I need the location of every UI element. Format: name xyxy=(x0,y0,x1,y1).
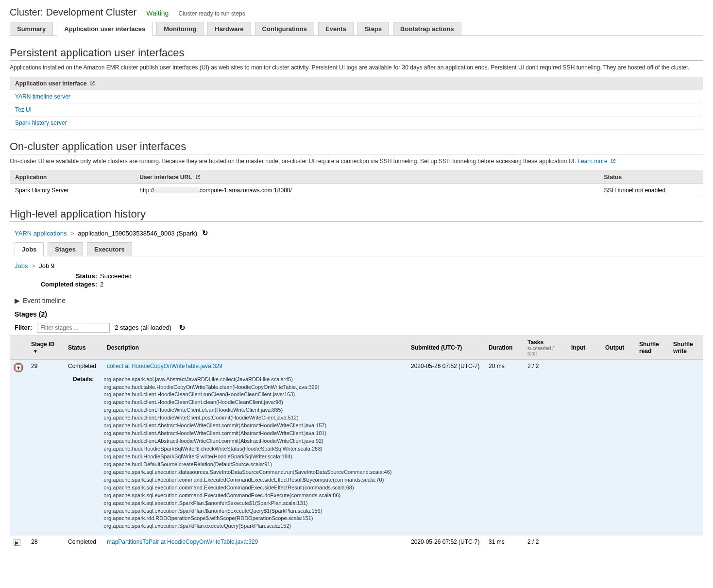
bc-jobs-link[interactable]: Jobs xyxy=(15,262,28,269)
table-row: ▶ 28 Completed mapPartitionsToPair at Ho… xyxy=(10,536,703,549)
learn-more-link[interactable]: Learn more xyxy=(577,158,616,165)
col-submitted[interactable]: Submitted (UTC-7) xyxy=(407,336,485,359)
stages-count: 2 stages (all loaded) xyxy=(115,324,171,331)
details-row: Details: org.apache.spark.api.java.Abstr… xyxy=(10,375,703,536)
spark-history-link[interactable]: Spark history server xyxy=(15,119,67,126)
tab-events[interactable]: Events xyxy=(318,22,354,35)
expand-button[interactable]: ▶ xyxy=(14,539,20,546)
stack-trace: org.apache.spark.api.java.AbstractJavaRD… xyxy=(103,376,391,531)
tab-executors[interactable]: Executors xyxy=(87,242,132,256)
filter-label: Filter: xyxy=(15,324,32,331)
job-detail: Jobs > Job 9 Status: Succeeded Completed… xyxy=(10,256,703,293)
history-title: High-level application history xyxy=(10,208,703,222)
tab-summary[interactable]: Summary xyxy=(10,22,53,35)
col-input[interactable]: Input xyxy=(567,336,601,359)
persistent-desc: Applications installed on the Amazon EMR… xyxy=(10,64,703,72)
table-row: Spark history server xyxy=(10,116,703,129)
stage-desc-link[interactable]: mapPartitionsToPair at HoodieCopyOnWrite… xyxy=(107,538,258,545)
persistent-col-app-ui: Application user interface xyxy=(10,77,703,90)
bc-job-id: Job 9 xyxy=(39,262,54,269)
cluster-status-msg: Cluster ready to run steps. xyxy=(178,10,247,17)
col-expand xyxy=(10,336,27,359)
col-stage-id[interactable]: Stage ID▼ xyxy=(27,336,64,359)
oncluster-desc: On-cluster UI are available only while c… xyxy=(10,157,703,166)
collapse-button[interactable]: ▼ xyxy=(15,364,22,371)
stage-desc-link[interactable]: collect at HoodieCopyOnWriteTable.java:3… xyxy=(107,363,222,370)
breadcrumb-sep: > xyxy=(68,230,76,237)
yarn-timeline-link[interactable]: YARN timeline server xyxy=(15,93,70,100)
breadcrumb: YARN applications > application_15905035… xyxy=(10,224,703,239)
col-description[interactable]: Description xyxy=(103,336,407,359)
persistent-table: Application user interface YARN timeline… xyxy=(10,77,703,130)
col-output[interactable]: Output xyxy=(601,336,635,359)
cell-stage-id: 29 xyxy=(27,359,64,375)
oncluster-table: Application User interface URL Status Sp… xyxy=(10,170,703,197)
refresh-icon[interactable]: ↻ xyxy=(202,229,208,237)
tab-hardware[interactable]: Hardware xyxy=(207,22,251,35)
breadcrumb-sep: > xyxy=(30,262,37,269)
col-shuffle-write[interactable]: Shuffle write xyxy=(669,336,703,359)
external-link-icon xyxy=(195,174,201,180)
external-link-icon xyxy=(90,81,95,86)
persistent-title: Persistent application user interfaces xyxy=(10,47,703,61)
table-row: YARN timeline server xyxy=(10,90,703,103)
col-duration[interactable]: Duration xyxy=(485,336,524,359)
table-row: Tez UI xyxy=(10,103,703,116)
kv-completed-stages: Completed stages: 2 xyxy=(15,281,698,288)
cell-status: Completed xyxy=(64,359,103,375)
cell-duration: 31 ms xyxy=(485,536,524,549)
highlight-circle: ▼ xyxy=(14,363,23,372)
stages-table: Stage ID▼ Status Description Submitted (… xyxy=(10,336,703,550)
cell-app: Spark History Server xyxy=(10,184,135,197)
oncluster-title: On-cluster application user interfaces xyxy=(10,140,703,154)
cell-submitted: 2020-05-26 07:52 (UTC-7) xyxy=(407,359,485,375)
tab-steps[interactable]: Steps xyxy=(357,22,389,35)
col-shuffle-read[interactable]: Shuffle read xyxy=(635,336,669,359)
cell-tasks: 2 / 2 xyxy=(524,536,567,549)
cell-url: http://.compute-1.amazonaws.com:18080/ xyxy=(135,184,599,197)
tab-bootstrap-actions[interactable]: Bootstrap actions xyxy=(393,22,461,35)
bc-yarn-applications[interactable]: YARN applications xyxy=(15,230,67,237)
filter-input[interactable] xyxy=(37,323,110,333)
tab-jobs[interactable]: Jobs xyxy=(15,242,44,256)
event-timeline-toggle[interactable]: ▶Event timeline xyxy=(10,293,703,308)
history-tabs: Jobs Stages Executors xyxy=(15,242,703,256)
tab-configurations[interactable]: Configurations xyxy=(255,22,314,35)
tab-app-user-interfaces[interactable]: Application user interfaces xyxy=(57,22,153,36)
cell-status: SSH tunnel not enabled xyxy=(599,184,703,197)
col-application: Application xyxy=(10,170,135,184)
sort-desc-icon: ▼ xyxy=(33,349,38,354)
table-row: Spark History Server http://.compute-1.a… xyxy=(10,184,703,197)
inner-breadcrumb: Jobs > Job 9 xyxy=(15,260,698,271)
cell-submitted: 2020-05-26 07:52 (UTC-7) xyxy=(407,536,485,549)
col-tasks[interactable]: Tasks succeeded / total xyxy=(524,336,567,359)
page-title: Cluster: Development Cluster xyxy=(10,7,136,18)
stages-header: Stages (2) xyxy=(10,308,703,320)
external-link-icon xyxy=(611,158,616,164)
cluster-header: Cluster: Development Cluster Waiting Clu… xyxy=(10,5,703,22)
stage-details: Details: org.apache.spark.api.java.Abstr… xyxy=(10,376,703,536)
filter-row: Filter: 2 stages (all loaded) ↻ xyxy=(10,320,703,336)
bc-application-id: application_1590503538546_0003 (Spark) xyxy=(78,230,197,237)
tez-ui-link[interactable]: Tez UI xyxy=(15,106,32,113)
cell-tasks: 2 / 2 xyxy=(524,359,567,375)
cell-duration: 20 ms xyxy=(485,359,524,375)
cell-stage-id: 28 xyxy=(27,536,64,549)
kv-status: Status: Succeeded xyxy=(15,272,698,280)
redacted-host xyxy=(154,187,198,193)
tab-stages[interactable]: Stages xyxy=(48,242,83,256)
main-tabs: Summary Application user interfaces Moni… xyxy=(10,22,703,36)
cluster-status: Waiting xyxy=(146,9,169,17)
col-status: Status xyxy=(599,170,703,184)
table-row: ▼ 29 Completed collect at HoodieCopyOnWr… xyxy=(10,359,703,375)
col-url: User interface URL xyxy=(135,170,599,184)
tab-monitoring[interactable]: Monitoring xyxy=(156,22,204,35)
col-status[interactable]: Status xyxy=(64,336,103,359)
cell-status: Completed xyxy=(64,536,103,549)
details-label: Details: xyxy=(73,376,102,383)
refresh-icon[interactable]: ↻ xyxy=(179,323,186,332)
caret-right-icon: ▶ xyxy=(15,297,20,304)
